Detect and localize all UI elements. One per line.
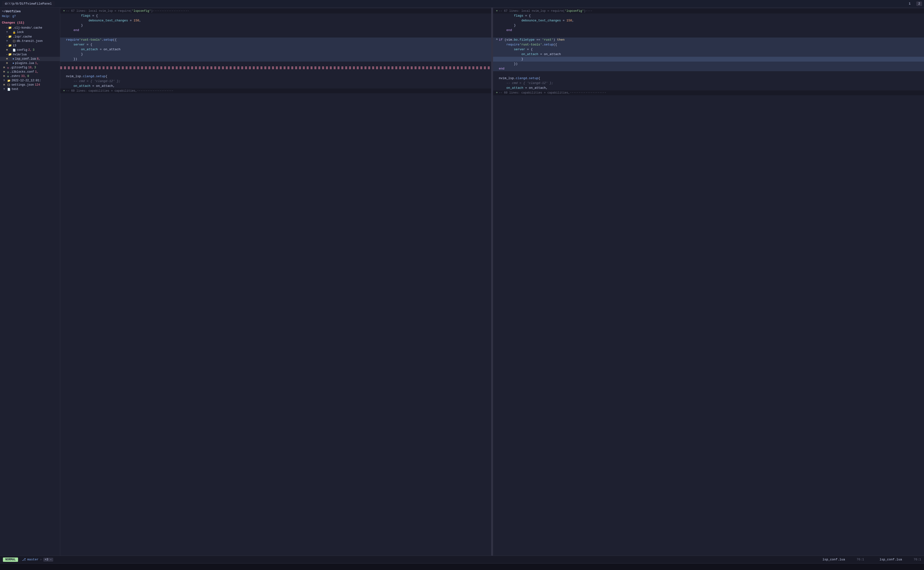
sign-l1: [62, 14, 66, 18]
sidebar-item-lsp[interactable]: ▾ 📁 .lsp/.cache: [0, 34, 60, 39]
code-l5: [66, 33, 68, 38]
branch-info: ⎇ master › +3 -: [22, 558, 53, 562]
code-l12: [66, 69, 68, 74]
sidebar-item-db[interactable]: ? {} db.transit.json: [0, 39, 60, 43]
code-line-l2: debounce_text_changes = 150,: [60, 18, 491, 23]
code-line-l3: }: [60, 23, 491, 28]
code-line-r4: end: [493, 28, 924, 33]
file-right: lsp_conf.lua: [879, 558, 902, 561]
code-line-l9: }: [60, 52, 491, 57]
chevron-clj: ▾: [6, 26, 8, 29]
sidebar-item-date[interactable]: ? 📁 2022-12-22_12:01:: [0, 78, 60, 83]
diff-content-left[interactable]: + -- 67 lines: local nvim_lsp = require(…: [60, 8, 491, 556]
item-name-nvim: nvim/lua: [13, 53, 27, 56]
fold-line-right-2[interactable]: + -- 60 lines: capabilities = capabiliti…: [493, 90, 924, 95]
cursor-right: 76:1: [914, 558, 921, 561]
sign-l7: [62, 42, 66, 47]
branch-chevron: ›: [40, 558, 42, 561]
sign-l3: [62, 23, 66, 28]
sign-r8: [495, 47, 499, 52]
fold-line-left[interactable]: + -- 67 lines: local nvim_lsp = require(…: [60, 9, 491, 14]
item-name-gitconfig: .gitconfig: [10, 66, 27, 69]
code-r13: [499, 71, 501, 76]
status-clj: [2, 26, 6, 29]
code-r6: if (vim.bo.filetype == 'rust') then: [499, 38, 564, 42]
sidebar-item-i3[interactable]: ▾ 📁 i3: [0, 43, 60, 48]
fold-text-right-2: -- 60 lines: capabilities = capabilities…: [499, 90, 606, 95]
count-settings: 124: [35, 83, 40, 87]
chevron-i3: ▾: [6, 44, 8, 47]
file-icon-i3blocks: ◎: [7, 70, 9, 74]
sign-r14: [495, 76, 499, 81]
branch-name: master: [27, 558, 38, 561]
code-line-r14: nvim_lsp.clangd.setup{: [493, 76, 924, 81]
folder-icon-i3: 📁: [8, 44, 12, 48]
bottom-taskbar: [0, 563, 924, 570]
code-l2: debounce_text_changes = 150,: [66, 18, 141, 23]
code-line-r8: server = {: [493, 47, 924, 52]
code-line-l7: server = {: [60, 42, 491, 47]
code-r5: [499, 33, 501, 38]
diff-content-right[interactable]: + -- 67 lines: local nvim_lsp = require(…: [493, 8, 924, 556]
sign-r5: [495, 33, 499, 38]
code-r16: on_attach = on_attach,: [499, 86, 548, 90]
code-line-r6: ^ if (vim.bo.filetype == 'rust') then: [493, 38, 924, 42]
code-line-r2: debounce_text_changes = 150,: [493, 18, 924, 23]
tab-2[interactable]: 2: [916, 2, 922, 6]
code-line-l15: on_attach = on_attach,: [60, 84, 491, 89]
code-l10: }): [66, 57, 77, 61]
count-zshrc: 33,: [21, 75, 26, 78]
file-icon-lsp-conf: ●: [12, 57, 14, 60]
sidebar-item-settings[interactable]: M {} settings.json 124: [0, 83, 60, 87]
code-r3: }: [499, 23, 516, 28]
code-line-r7: require'rust-tools'.setup({: [493, 42, 924, 47]
sidebar-item-test[interactable]: ? 📄 test: [0, 87, 60, 91]
sign-l5: [62, 33, 66, 38]
code-line-r1: flags = {: [493, 14, 924, 18]
sign-r16: [495, 86, 499, 90]
cursor-left: 76:1: [856, 558, 864, 561]
sign-l2: [62, 18, 66, 23]
chevron-lsp: ▾: [6, 35, 8, 38]
fold-text-right: -- 67 lines: local nvim_lsp = require('l…: [499, 9, 592, 14]
code-l11: [66, 61, 68, 66]
sidebar-title: ~/dotfiles: [0, 9, 60, 14]
sidebar-item-zshrc[interactable]: M ⚙ .zshrc 33, 0: [0, 74, 60, 78]
sidebar-item-plugins[interactable]: M ● plugins.lua 1,: [0, 61, 60, 66]
sidebar-item-lsp-conf[interactable]: M ● lsp_conf.lua 8,: [0, 57, 60, 61]
status-lock: ?: [5, 31, 9, 34]
tab-1[interactable]: 1: [907, 2, 912, 6]
sidebar-item-config[interactable]: M 📄 config 2, 3: [0, 48, 60, 52]
file-left: lsp_conf.lua: [823, 558, 845, 561]
sidebar-item-nvim[interactable]: ▾ 📁 nvim/lua: [0, 52, 60, 57]
status-plugins: M: [5, 62, 9, 65]
file-icon-plugins: ●: [12, 62, 14, 65]
code-line-l13: nvim_lsp.clangd.setup{: [60, 74, 491, 79]
sign-r12: [495, 66, 499, 71]
sign-l9: [62, 52, 66, 57]
file-icon-config: 📄: [12, 49, 16, 52]
sidebar-item-clj-kondo[interactable]: ▾ 📁 .clj-kondo/.cache: [0, 26, 60, 30]
code-l4: end: [66, 28, 79, 33]
code-line-r10: }: [493, 57, 924, 61]
code-l1: flags = {: [66, 14, 98, 18]
status-zshrc: M: [2, 75, 6, 78]
sidebar-item-lock[interactable]: ? 🔒 lock: [0, 30, 60, 34]
sidebar-item-gitconfig[interactable]: M ◎ .gitconfig 18, 3: [0, 66, 60, 70]
sign-r15: [495, 81, 499, 86]
sidebar-item-i3blocks[interactable]: M ◎ .i3blocks.conf 1,: [0, 70, 60, 74]
item-name-lock: lock: [17, 31, 24, 34]
sign-l14: [62, 79, 66, 84]
count-zshrc-green: 0: [27, 75, 29, 78]
code-line-l11: [60, 61, 491, 66]
code-l14: -- cmd = { 'clangd-12' };: [66, 79, 120, 84]
fold-text-left-2: -- 60 lines: capabilities = capabilities…: [66, 89, 173, 93]
tab-label[interactable]: d///p/0/DiffviewFilePanel: [2, 1, 55, 6]
diff-container: + -- 67 lines: local nvim_lsp = require(…: [60, 8, 924, 556]
code-r11: }): [499, 61, 518, 66]
fold-line-right[interactable]: + -- 67 lines: local nvim_lsp = require(…: [493, 9, 924, 14]
sign-r9: [495, 52, 499, 57]
count-lsp-conf: 8,: [37, 57, 40, 61]
code-line-r12: end: [493, 66, 924, 71]
fold-line-left-2[interactable]: + -- 60 lines: capabilities = capabiliti…: [60, 89, 491, 93]
